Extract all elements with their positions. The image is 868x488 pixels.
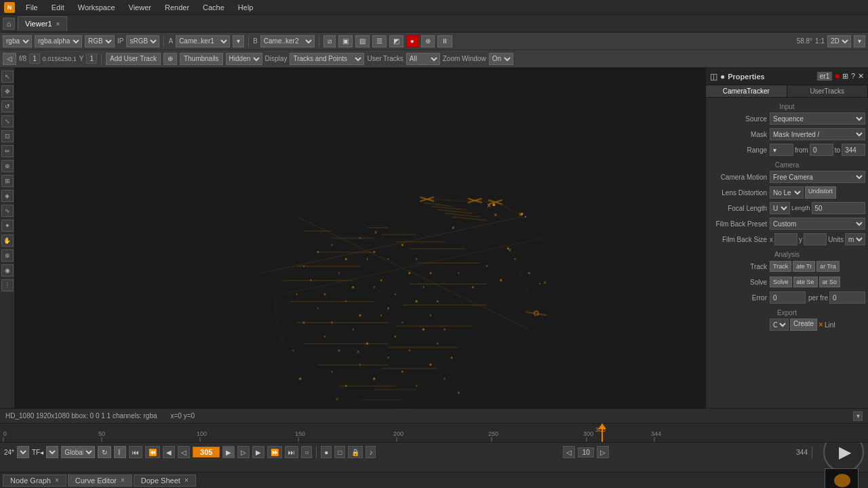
node-graph-tab[interactable]: Node Graph × [3,474,66,487]
solve-select-btn[interactable]: ate Se [793,277,818,287]
thumbnails-btn[interactable]: Thumbnails [180,53,223,65]
grid-tool[interactable]: ⊞ [1,175,14,187]
record-btn[interactable]: ● [406,35,418,47]
alpha-select[interactable]: rgba.alpha [35,35,82,47]
tf-select[interactable] [46,446,58,458]
curve-editor-tab[interactable]: Curve Editor × [68,474,132,487]
camera-motion-select[interactable]: Free Camera [770,171,865,183]
solve-btn[interactable]: Solve [770,277,792,287]
loop-btn[interactable]: ○ [301,446,312,458]
go-start-btn[interactable]: ⏮ [129,446,142,458]
ab-icon[interactable]: ▣ [338,35,353,47]
lock-btn[interactable]: 🔒 [348,446,363,458]
menu-help[interactable]: Help [235,2,256,13]
crosshair-icon[interactable]: ⊕ [421,35,435,47]
move-tool[interactable]: ✥ [1,85,14,98]
viewer-tab[interactable]: Viewer1 × [18,16,67,31]
add-track-icon[interactable]: ⊕ [163,53,177,65]
prev-frame-btn[interactable]: ◀ [163,446,175,458]
cache-next-btn[interactable]: ▷ [597,446,609,458]
snapshot-btn[interactable]: □ [334,446,345,458]
camera-tracker-tab[interactable]: CameraTracker [706,85,787,97]
export-type-select[interactable]: Cr [770,319,789,331]
layout-icon[interactable]: ☰ [372,35,387,47]
zoom-window-select[interactable]: On [489,53,513,65]
menu-viewer[interactable]: Viewer [126,2,154,13]
panel-icon-1[interactable]: ◫ [710,72,717,81]
source-a-dropdown[interactable]: ▾ [233,35,244,47]
record-btn2[interactable]: ● [321,446,332,458]
clear-track-btn[interactable]: ar Tra [816,261,840,272]
paint-tool[interactable]: ✏ [1,145,14,157]
more-tool[interactable]: ⋮ [1,279,14,291]
menu-workspace[interactable]: Workspace [75,2,118,13]
add-user-track-btn[interactable]: Add User Track [106,53,161,65]
source-a-select[interactable]: Came..ker1 [176,35,230,47]
crop-tool[interactable]: ⊡ [1,130,14,142]
play-prev-btn[interactable]: ◁ [178,446,190,458]
prev-key-btn[interactable]: ⏪ [145,446,160,458]
view-mode-select[interactable]: 2D [827,35,851,47]
export-link-icon[interactable]: × [818,320,823,329]
status-dropdown[interactable]: ▾ [853,411,863,421]
zoom-tool[interactable]: ⊕ [1,249,14,262]
display-select[interactable]: Tracks and Points [290,53,364,65]
focal-length-value[interactable]: 50 [812,202,865,214]
home-icon[interactable]: ⌂ [3,18,15,30]
checker-icon[interactable]: ▨ [355,35,370,47]
range-from[interactable]: 0 [810,144,833,156]
play-next-btn[interactable]: ▷ [237,446,250,458]
next-frame-btn[interactable]: ▶ [252,446,264,458]
undistort-btn[interactable]: Undistort [805,186,836,199]
range-to[interactable]: 344 [842,144,865,156]
y-value[interactable]: 1 [86,54,97,64]
node-graph-close[interactable]: × [55,476,59,484]
sync-btn[interactable]: ↻ [98,446,111,458]
colorspace-select[interactable]: sRGB [126,35,159,47]
next-key-btn[interactable]: ⏩ [267,446,282,458]
fps-select[interactable] [17,446,29,458]
mask-icon[interactable]: ◩ [389,35,403,47]
pause-icon[interactable]: ⏸ [437,35,452,47]
tab-close[interactable]: × [56,20,60,28]
cache-value[interactable]: 10 [578,447,594,458]
panel-red-icon[interactable]: ■ [835,72,840,81]
wipe-icon[interactable]: ⧄ [323,35,336,47]
panel-grid-icon[interactable]: ⊞ [842,72,848,81]
curve-editor-close[interactable]: × [121,476,125,484]
focal-length-mode[interactable]: Ur [770,202,790,214]
solve-clear-btn[interactable]: ar So [819,277,841,287]
range-start-btn[interactable]: I [114,446,126,458]
fb-units-select[interactable]: mr [845,233,865,245]
color-tool[interactable]: ◉ [1,264,14,277]
cache-prev-btn[interactable]: ◁ [563,446,575,458]
range-dropdown[interactable]: ▾ [770,144,793,156]
rotate-tool[interactable]: ↺ [1,100,14,113]
source-b-select[interactable]: Came..ker2 [260,35,315,47]
dope-sheet-close[interactable]: × [184,476,189,484]
clone-tool[interactable]: ⊕ [1,160,14,172]
node-tool[interactable]: ◈ [1,190,14,202]
color-mode-select[interactable]: rgba [3,35,32,47]
menu-render[interactable]: Render [162,2,192,13]
panel-question[interactable]: ? [851,72,855,81]
prev-frame-icon[interactable]: ◁ [3,53,16,65]
scale-tool[interactable]: ⤡ [1,115,14,127]
film-back-preset-select[interactable]: Custom [770,218,865,230]
go-end-btn[interactable]: ⏭ [285,446,298,458]
channel-select[interactable]: RGB [85,35,115,47]
wand-tool[interactable]: ✦ [1,220,14,232]
thumbnail-mode-select[interactable]: Hidden [226,53,262,65]
arrow-tool[interactable]: ↖ [1,70,14,83]
user-tracks-tab[interactable]: UserTracks [787,85,869,97]
view-more[interactable]: ▾ [854,35,865,47]
play-btn[interactable]: ▶ [222,446,235,458]
menu-cache[interactable]: Cache [200,2,227,13]
error-value[interactable]: 0 [770,291,806,304]
dope-sheet-tab[interactable]: Dope Sheet × [134,474,196,487]
frame-value[interactable]: 1 [29,54,40,64]
panel-close[interactable]: ✕ [858,72,864,81]
track-btn[interactable]: Track [770,261,791,272]
source-select[interactable]: Sequence [770,113,865,125]
mask-select[interactable]: Mask Inverted / [770,128,865,140]
